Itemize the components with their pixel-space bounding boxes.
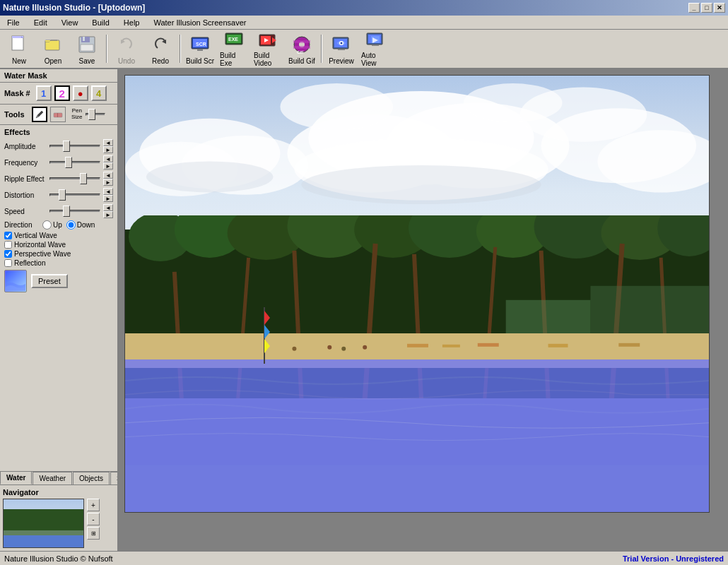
distortion-decrease[interactable]: ► — [103, 195, 113, 202]
effects-section: Effects Amplitude ◄ ► Frequency ◄ ► — [0, 125, 117, 471]
svg-rect-82 — [548, 343, 568, 347]
build-video-button[interactable]: Build Video — [252, 30, 284, 67]
perspective-wave-label: Perspective Wave — [14, 250, 71, 258]
vertical-wave-checkbox[interactable] — [4, 232, 12, 239]
svg-rect-13 — [197, 49, 203, 51]
mask-button-1[interactable]: 1 — [36, 85, 52, 101]
eraser-tool[interactable] — [50, 107, 66, 122]
nav-zoom-in[interactable]: + — [87, 499, 100, 511]
preview-label: Preview — [329, 57, 354, 65]
auto-view-button[interactable]: Auto View — [359, 30, 392, 67]
tab-water[interactable]: Water — [0, 471, 32, 484]
undo-button[interactable]: Undo — [110, 30, 143, 67]
effects-title: Effects — [4, 128, 113, 136]
reflection-label: Reflection — [14, 259, 45, 267]
direction-label: Direction — [4, 221, 40, 229]
speed-increase[interactable]: ◄ — [103, 204, 113, 211]
svg-rect-81 — [478, 343, 499, 346]
menu-help[interactable]: Help — [119, 17, 144, 28]
save-label: Save — [79, 57, 95, 65]
svg-rect-5 — [81, 37, 90, 42]
pen-tool[interactable] — [32, 107, 47, 122]
open-icon — [42, 33, 64, 56]
build-exe-icon: EXE — [223, 30, 245, 50]
svg-rect-23 — [293, 40, 310, 43]
tab-weather[interactable]: Weather — [33, 472, 72, 484]
ripple-decrease[interactable]: ► — [103, 179, 113, 186]
mask-button-2[interactable]: 2 — [54, 85, 70, 101]
svg-point-78 — [363, 345, 367, 349]
minimize-button[interactable]: _ — [688, 3, 700, 13]
redo-label: Redo — [152, 57, 169, 65]
save-icon — [76, 33, 98, 56]
distortion-row: Distortion ◄ ► — [4, 188, 113, 202]
frequency-increase[interactable]: ◄ — [103, 155, 113, 162]
menu-file[interactable]: File — [3, 17, 24, 28]
svg-point-76 — [327, 345, 331, 349]
tab-sound[interactable]: Sound — [110, 472, 119, 484]
ripple-slider[interactable] — [49, 177, 100, 180]
build-gif-button[interactable]: GIF Build Gif — [286, 30, 318, 67]
water-layer — [125, 359, 709, 512]
build-exe-button[interactable]: EXE Build Exe — [218, 30, 250, 67]
mask-row: Mask # 1 2 ● 4 — [0, 83, 117, 105]
amplitude-label: Amplitude — [4, 143, 48, 150]
reflection-row: Reflection — [4, 259, 113, 267]
direction-down-radio[interactable] — [66, 220, 76, 230]
amplitude-decrease[interactable]: ► — [103, 146, 113, 153]
distortion-slider[interactable] — [49, 194, 100, 196]
speed-decrease[interactable]: ► — [103, 211, 113, 218]
status-left: Nature Illusion Studio © Nufsoft — [4, 554, 113, 563]
tab-objects[interactable]: Objects — [73, 472, 110, 484]
reflection-checkbox[interactable] — [4, 259, 12, 267]
menu-build[interactable]: Build — [88, 17, 113, 28]
svg-text:EXE: EXE — [228, 37, 238, 42]
amplitude-increase[interactable]: ◄ — [103, 139, 113, 146]
mask-button-4[interactable]: 4 — [91, 85, 107, 101]
mask-button-3[interactable]: ● — [73, 85, 88, 101]
amplitude-row: Amplitude ◄ ► — [4, 139, 113, 153]
preset-icon — [4, 270, 27, 292]
menu-view[interactable]: View — [57, 17, 83, 28]
speed-row: Speed ◄ ► — [4, 204, 113, 218]
preset-button[interactable]: Preset — [31, 274, 68, 288]
nav-zoom-out[interactable]: - — [87, 513, 100, 525]
distortion-increase[interactable]: ◄ — [103, 188, 113, 195]
close-button[interactable]: ✕ — [714, 3, 725, 13]
menu-edit[interactable]: Edit — [30, 17, 52, 28]
frequency-slider[interactable] — [49, 161, 100, 164]
redo-button[interactable]: Redo — [144, 30, 177, 67]
pen-size-slider[interactable] — [86, 113, 105, 116]
ripple-increase[interactable]: ◄ — [103, 172, 113, 179]
toolbar-sep-1 — [106, 35, 107, 63]
menu-water-illusion[interactable]: Water Illusion Screensaver — [149, 17, 250, 28]
preset-area: Preset — [4, 270, 113, 292]
preview-button[interactable]: Preview — [325, 30, 358, 67]
svg-point-47 — [146, 161, 274, 192]
pen-size-label: PenSize — [71, 108, 83, 121]
nav-fit[interactable]: ⊞ — [87, 527, 100, 540]
build-scr-button[interactable]: SCR Build Scr — [184, 30, 216, 67]
maximize-button[interactable]: □ — [701, 3, 712, 13]
status-bar: Nature Illusion Studio © Nufsoft Trial V… — [0, 551, 728, 565]
menu-bar: File Edit View Build Help Water Illusion… — [0, 16, 728, 30]
nav-trees — [4, 509, 83, 531]
ripple-effect-row: Ripple Effect ◄ ► — [4, 172, 113, 186]
svg-text:SCR: SCR — [196, 42, 206, 47]
perspective-wave-checkbox[interactable] — [4, 250, 12, 258]
direction-up-radio[interactable] — [42, 220, 52, 230]
direction-up[interactable]: Up — [42, 220, 62, 230]
speed-slider[interactable] — [49, 210, 100, 213]
save-button[interactable]: Save — [71, 30, 103, 67]
window-title: Nature Illusion Studio - [Uptodown] — [3, 3, 145, 13]
direction-down[interactable]: Down — [66, 220, 95, 230]
horizontal-wave-checkbox[interactable] — [4, 241, 12, 249]
frequency-decrease[interactable]: ► — [103, 162, 113, 170]
amplitude-slider[interactable] — [49, 145, 100, 148]
new-button[interactable]: New — [3, 30, 35, 67]
water-mask-header: Water Mask — [0, 69, 117, 83]
open-button[interactable]: Open — [37, 30, 69, 67]
horizontal-wave-label: Horizontal Wave — [14, 241, 66, 249]
status-right: Trial Version - Unregistered — [623, 554, 724, 563]
svg-point-77 — [341, 346, 346, 350]
